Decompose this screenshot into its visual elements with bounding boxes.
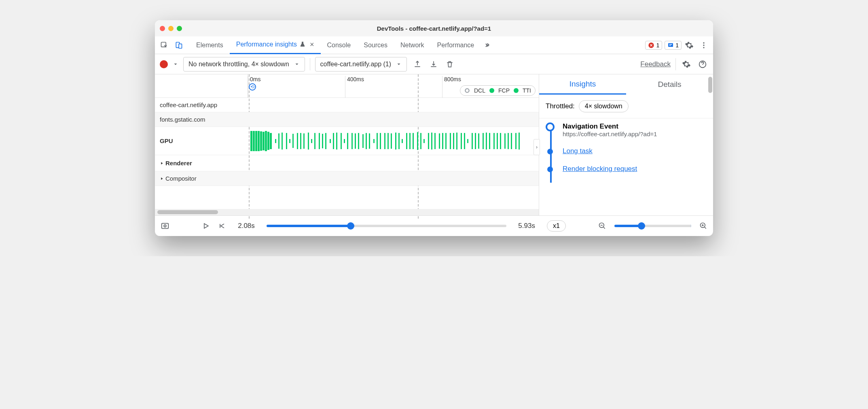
- ruler-tick-label: 0ms: [250, 76, 260, 82]
- throttled-chip[interactable]: 4× slowdown: [579, 100, 629, 112]
- chevron-down-icon: [294, 61, 300, 67]
- tab-label: Performance insights: [236, 41, 297, 48]
- svg-point-11: [164, 225, 166, 227]
- errors-badge[interactable]: 1: [645, 41, 662, 50]
- insight-long-task[interactable]: Long task: [546, 147, 707, 155]
- messages-count: 1: [675, 42, 679, 48]
- insight-navigation[interactable]: Navigation Event https://coffee-cart.net…: [546, 122, 707, 137]
- record-menu-chevron-icon[interactable]: [173, 61, 178, 67]
- panel-tabs: Elements Performance insights × Console …: [190, 36, 481, 54]
- track-label: coffee-cart.netlify.app: [155, 101, 248, 108]
- insight-link[interactable]: Render blocking request: [563, 165, 637, 173]
- dcl-ring-icon: [464, 88, 470, 93]
- rewind-icon[interactable]: [218, 222, 226, 230]
- tab-details[interactable]: Details: [626, 74, 713, 95]
- inspect-element-icon[interactable]: [157, 38, 171, 52]
- tracks: coffee-cart.netlify.app fonts.gstatic.co…: [155, 98, 539, 209]
- errors-count: 1: [656, 42, 659, 48]
- tab-insights[interactable]: Insights: [539, 74, 626, 95]
- divider: [310, 58, 310, 70]
- metric-label: FCP: [498, 87, 510, 94]
- caret-right-icon: [160, 177, 164, 181]
- gpu-track[interactable]: GPU: [155, 127, 539, 155]
- playback-footer: 2.08s 5.93s x1: [155, 216, 713, 236]
- panel-settings-icon[interactable]: [681, 59, 692, 70]
- network-track[interactable]: coffee-cart.netlify.app: [155, 98, 539, 112]
- help-icon[interactable]: [697, 59, 708, 70]
- devtools-tabbar: Elements Performance insights × Console …: [155, 36, 713, 54]
- delete-icon[interactable]: [444, 59, 455, 70]
- preview-toggle-icon[interactable]: [161, 221, 169, 230]
- network-track[interactable]: fonts.gstatic.com: [155, 112, 539, 127]
- record-button[interactable]: [160, 60, 168, 68]
- close-tab-icon[interactable]: ×: [310, 40, 314, 49]
- chevron-down-icon: [396, 61, 402, 67]
- compositor-track[interactable]: Compositor: [155, 171, 539, 186]
- time-end: 5.93s: [514, 222, 539, 230]
- throttled-row: Throttled: 4× slowdown: [539, 95, 713, 118]
- zoom-out-icon[interactable]: [598, 222, 606, 230]
- sidebar-tabs: Insights Details: [539, 74, 713, 95]
- zoom-in-icon[interactable]: [699, 222, 707, 230]
- insight-render-blocking[interactable]: Render blocking request: [546, 165, 707, 173]
- throttling-label: No network throttling, 4× slowdown: [188, 61, 289, 68]
- device-toggle-icon[interactable]: [172, 38, 186, 52]
- kebab-menu-icon[interactable]: [697, 38, 711, 52]
- tab-label: Performance: [437, 42, 474, 49]
- traffic-lights: [160, 26, 182, 31]
- gpu-activity-bars: [248, 127, 539, 155]
- tab-label: Network: [400, 42, 424, 49]
- metrics-legend: DCL FCP TTI: [460, 85, 536, 96]
- insight-link[interactable]: Long task: [563, 147, 593, 155]
- export-icon[interactable]: [412, 59, 423, 70]
- divider: [675, 58, 676, 70]
- speed-chip[interactable]: x1: [547, 220, 566, 232]
- caret-right-icon: [160, 161, 164, 165]
- fcp-dot-icon: [489, 88, 494, 93]
- settings-icon[interactable]: [682, 38, 696, 52]
- svg-rect-10: [162, 223, 169, 229]
- svg-point-9: [465, 89, 469, 92]
- metric-label: DCL: [474, 87, 485, 94]
- titlebar: DevTools - coffee-cart.netlify.app/?ad=1: [155, 20, 713, 36]
- time-ruler[interactable]: 0ms 400ms 800ms ⟲ DCL FCP TTI: [155, 74, 539, 98]
- track-label: fonts.gstatic.com: [155, 116, 248, 123]
- tti-dot-icon: [514, 88, 519, 93]
- track-label: GPU: [155, 137, 248, 144]
- insight-url: https://coffee-cart.netlify.app/?ad=1: [563, 131, 707, 137]
- insight-title: Navigation Event: [563, 122, 707, 131]
- playback-slider[interactable]: [267, 225, 506, 227]
- tab-console[interactable]: Console: [321, 36, 358, 54]
- close-window-button[interactable]: [160, 26, 165, 31]
- tab-elements[interactable]: Elements: [190, 36, 230, 54]
- tab-label: Sources: [364, 42, 387, 49]
- play-icon[interactable]: [202, 222, 210, 230]
- tab-sources[interactable]: Sources: [357, 36, 394, 54]
- tab-network[interactable]: Network: [394, 36, 431, 54]
- horizontal-scrollbar[interactable]: [155, 209, 539, 215]
- maximize-window-button[interactable]: [177, 26, 182, 31]
- zoom-slider[interactable]: [614, 225, 691, 227]
- ring-marker-icon: [546, 122, 555, 131]
- tab-label: Elements: [196, 42, 223, 49]
- navigation-start-marker[interactable]: ⟲: [249, 83, 256, 91]
- insights-sidebar: › Insights Details Throttled: 4× slowdow…: [539, 74, 713, 215]
- renderer-track[interactable]: Renderer: [155, 155, 539, 171]
- feedback-link[interactable]: Feedback: [640, 60, 671, 68]
- tab-performance-insights[interactable]: Performance insights ×: [230, 36, 321, 54]
- time-start: 2.08s: [234, 222, 258, 230]
- more-tabs-icon[interactable]: [481, 38, 495, 52]
- insights-toolbar: No network throttling, 4× slowdown coffe…: [155, 54, 713, 74]
- throttled-label: Throttled:: [546, 102, 575, 110]
- import-icon[interactable]: [428, 59, 439, 70]
- page-select[interactable]: coffee-cart.netlify.app (1): [315, 57, 407, 72]
- svg-point-5: [703, 42, 704, 43]
- tab-label: Console: [327, 42, 351, 49]
- throttling-select[interactable]: No network throttling, 4× slowdown: [183, 57, 305, 72]
- svg-rect-2: [179, 44, 182, 48]
- track-label: Renderer: [155, 160, 248, 167]
- tab-performance[interactable]: Performance: [431, 36, 481, 54]
- svg-point-6: [703, 44, 704, 46]
- minimize-window-button[interactable]: [168, 26, 174, 31]
- messages-badge[interactable]: 1: [665, 41, 682, 50]
